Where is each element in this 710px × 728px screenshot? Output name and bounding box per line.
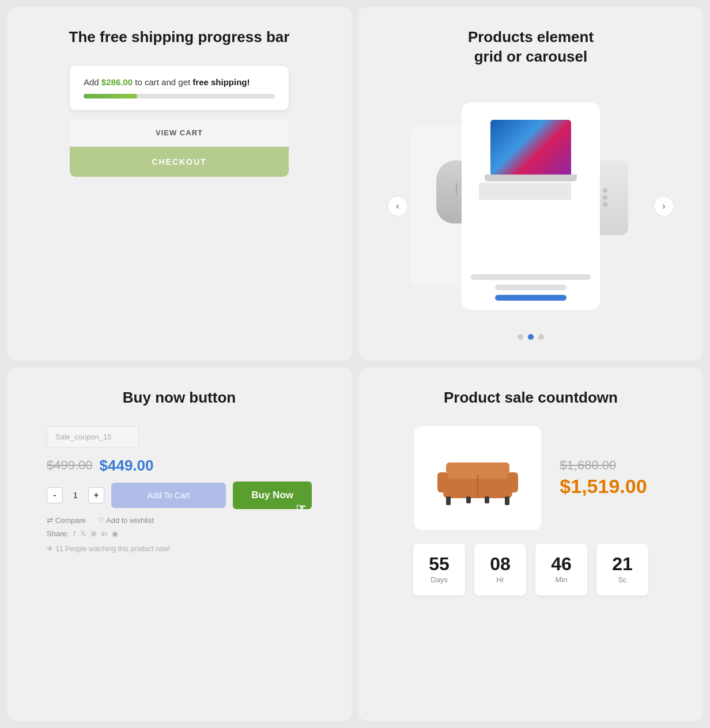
panel2-title: Products elementgrid or carousel [468,28,594,67]
product-action-bar [495,295,567,301]
cursor-icon: ☞ [296,501,306,515]
sale-price: $449.00 [100,457,154,475]
pinterest-icon[interactable]: ⊕ [90,529,97,538]
sofa-card [414,426,541,530]
quantity-row: - 1 + Add To Cart Buy Now ☞ [47,481,312,509]
countdown-hours-value: 08 [490,555,511,573]
laptop-screen-content [490,120,571,175]
carousel-dot-2[interactable] [528,334,534,340]
countdown-hours: 08 Hr [474,544,526,596]
viewers-row: 👁 11 People watching this product now! [47,545,312,553]
countdown-days: 55 Days [413,544,465,596]
linkedin-icon[interactable]: in [101,529,107,538]
view-cart-button[interactable]: VIEW CART [70,119,289,147]
svg-rect-2 [437,472,448,492]
speaker-dot-3 [603,202,607,207]
buy-now-button[interactable]: Buy Now ☞ [233,481,312,509]
panel-buy-now: Buy now button Sale_coupon_15 $499.00 $4… [7,367,352,721]
quantity-increase-button[interactable]: + [88,487,104,503]
speaker-dot-2 [603,195,607,200]
twitter-icon[interactable]: 𝕏 [80,529,86,538]
compare-link[interactable]: ⇄ Compare [47,516,86,525]
shipping-amount: $286.00 [101,77,133,87]
quantity-value: 1 [70,490,81,500]
carousel-track [382,97,680,316]
sale-current-price: $1,519.00 [560,475,647,498]
sale-original-price: $1,680.00 [560,458,647,473]
panel-products-carousel: Products elementgrid or carousel [358,7,703,361]
countdown-hours-label: Hr [496,575,504,584]
svg-rect-7 [466,496,471,503]
sale-content: $1,680.00 $1,519.00 55 Days 08 Hr 46 Min… [382,426,680,596]
wishlist-link[interactable]: ♡ Add to wishlist [97,516,154,525]
countdown-minutes-label: Min [556,575,568,584]
countdown-days-label: Days [430,575,448,584]
facebook-icon[interactable]: f [73,529,75,538]
svg-rect-8 [485,496,489,503]
original-price: $499.00 [47,458,93,473]
countdown-seconds-value: 21 [612,555,633,573]
laptop-keyboard [479,183,571,200]
action-row: ⇄ Compare ♡ Add to wishlist [47,516,312,525]
sale-product-row: $1,680.00 $1,519.00 [414,426,647,530]
laptop-screen [490,120,571,175]
shipping-free-text: free shipping! [192,77,250,87]
price-row: $499.00 $449.00 [47,457,312,475]
countdown-minutes: 46 Min [535,544,587,596]
sofa-image [432,446,524,510]
carousel-dot-3[interactable] [538,334,544,340]
product-card-bottom [462,265,600,310]
carousel-dots [518,334,544,340]
quantity-decrease-button[interactable]: - [47,487,63,503]
cart-buttons-container: VIEW CART CHECKOUT [70,119,289,177]
carousel-dot-1[interactable] [518,334,523,340]
chevron-right-icon: › [662,201,665,211]
countdown-days-value: 55 [429,555,450,573]
carousel-item-center[interactable] [462,103,600,310]
panel-sale-countdown: Product sale countdown [358,367,703,721]
carousel-next-button[interactable]: › [654,196,674,217]
progress-bar-fill [84,94,137,98]
countdown-minutes-value: 46 [551,555,572,573]
buy-now-label: Buy Now [251,490,293,500]
product-name-bar [471,274,591,280]
laptop-base [485,175,577,181]
speaker-dot-1 [603,188,607,193]
panel4-title: Product sale countdown [444,388,618,408]
chevron-left-icon: ‹ [396,201,399,211]
svg-rect-6 [505,496,509,505]
coupon-field[interactable]: Sale_coupon_15 [47,426,139,448]
panel1-title: The free shipping progress bar [69,28,290,47]
buy-now-content: Sale_coupon_15 $499.00 $449.00 - 1 + Add… [47,426,312,553]
product-price-bar [495,285,567,290]
shipping-suffix: to cart and get [135,77,192,87]
countdown-seconds: 21 Sc [596,544,648,596]
countdown-row: 55 Days 08 Hr 46 Min 21 Sc [413,544,648,596]
shipping-card: Add $286.00 to cart and get free shippin… [70,66,289,110]
shipping-prefix: Add [84,77,101,87]
carousel-prev-button[interactable]: ‹ [387,196,408,217]
shipping-text: Add $286.00 to cart and get free shippin… [84,77,275,87]
sale-prices: $1,680.00 $1,519.00 [560,458,647,498]
checkout-button[interactable]: CHECKOUT [70,147,289,177]
extra-social-icon[interactable]: ◉ [112,529,118,538]
countdown-seconds-label: Sc [618,575,626,584]
share-row: Share: f 𝕏 ⊕ in ◉ [47,529,312,538]
svg-rect-3 [508,472,518,492]
panel-free-shipping: The free shipping progress bar Add $286.… [7,7,352,361]
carousel-container: ‹ › [382,85,680,327]
add-to-cart-button[interactable]: Add To Cart [111,483,226,508]
share-label: Share: [47,529,69,538]
panel3-title: Buy now button [123,388,236,408]
laptop-image [479,120,583,200]
progress-bar-background [84,94,275,98]
svg-rect-5 [446,496,451,505]
